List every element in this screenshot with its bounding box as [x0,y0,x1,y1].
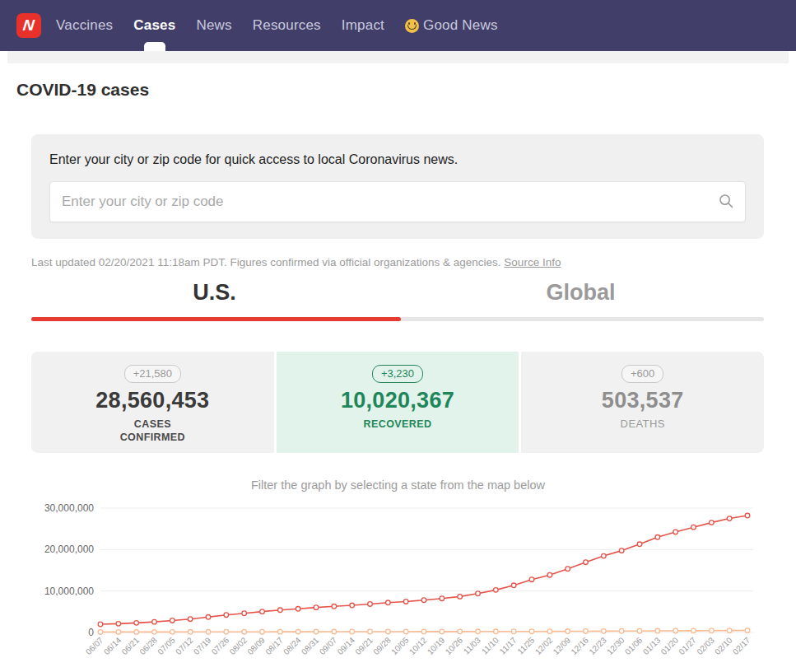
svg-text:08/24: 08/24 [282,635,303,656]
svg-text:08/09: 08/09 [245,635,267,656]
svg-text:11/10: 11/10 [480,635,500,656]
stat-card-recovered: +3,230 10,020,367 RECOVERED [277,352,519,453]
tab-underline-active [31,317,401,321]
stat-label: RECOVERED [277,418,519,431]
nav-item-cases[interactable]: Cases [133,0,175,51]
svg-text:01/13: 01/13 [641,635,663,656]
daily-delta-badge: +21,580 [124,365,181,383]
local-news-search-card: Enter your city or zip code for quick ac… [31,134,764,239]
svg-text:10/12: 10/12 [407,635,429,656]
svg-text:30,000,000: 30,000,000 [44,502,94,514]
logo-letter: N [22,16,35,35]
svg-text:09/14: 09/14 [336,635,357,656]
svg-text:07/19: 07/19 [192,635,213,656]
svg-text:06/07: 06/07 [84,635,105,656]
cases-chart[interactable]: 010,000,00020,000,00030,000,00006/0706/1… [0,498,796,672]
svg-text:08/02: 08/02 [228,635,249,656]
nav-item-vaccines[interactable]: Vaccines [56,0,113,51]
last-updated-body: Last updated 02/20/2021 11:18am PDT. Fig… [31,256,501,268]
stat-card-cases-confirmed: +21,580 28,560,453 CASES CONFIRMED [31,352,274,453]
svg-text:02/17: 02/17 [731,635,752,656]
nav-item-impact[interactable]: Impact [342,0,384,51]
source-info-link[interactable]: Source Info [504,256,561,268]
stat-value: 503,537 [521,388,764,413]
tab-global[interactable]: Global [398,277,764,317]
daily-delta-badge: +600 [621,365,663,383]
nav-item-label: Vaccines [56,17,113,34]
stat-value: 28,560,453 [31,388,274,413]
search-prompt: Enter your city or zip code for quick ac… [49,152,746,167]
svg-text:12/30: 12/30 [605,635,626,656]
svg-text:12/16: 12/16 [569,635,590,656]
svg-text:09/07: 09/07 [318,635,339,656]
svg-text:01/27: 01/27 [677,635,698,656]
svg-text:11/25: 11/25 [515,635,536,656]
tab-underline-track [31,317,764,321]
stat-label: CASES CONFIRMED [31,418,274,445]
chart-filter-hint: Filter the graph by selecting a state fr… [0,478,796,492]
search-box [49,181,746,222]
svg-text:10/19: 10/19 [426,635,447,656]
svg-text:0: 0 [88,627,94,638]
svg-text:02/03: 02/03 [695,635,716,656]
daily-delta-badge: +3,230 [372,365,423,383]
nav-item-good-news[interactable]: Good News [405,0,498,51]
page-title: COVID-19 cases [16,80,149,100]
svg-text:01/20: 01/20 [659,635,681,656]
svg-text:10/26: 10/26 [444,635,465,656]
svg-text:11/03: 11/03 [462,635,482,656]
stat-label-line: CONFIRMED [31,431,274,444]
scroll-strip [7,51,789,63]
newsbreak-logo-icon[interactable]: N [16,13,41,38]
svg-text:12/02: 12/02 [533,635,555,656]
svg-text:08/31: 08/31 [300,635,321,656]
svg-text:06/21: 06/21 [120,635,142,656]
tab-us[interactable]: U.S. [31,277,398,317]
svg-text:09/21: 09/21 [353,635,375,656]
nav-item-label: News [196,17,231,34]
nav-item-label: Impact [342,17,384,34]
nav-item-resources[interactable]: Resources [253,0,321,51]
nav-item-news[interactable]: News [196,0,231,51]
svg-text:20,000,000: 20,000,000 [44,544,94,555]
svg-text:07/05: 07/05 [156,635,177,656]
city-zip-search-input[interactable] [49,181,746,222]
nav-item-label: Resources [253,17,321,34]
covid-cases-page: N Vaccines Cases News Resources Impact G… [0,0,796,672]
active-tab-indicator [144,42,165,51]
stat-value: 10,020,367 [277,388,519,413]
stat-cards: +21,580 28,560,453 CASES CONFIRMED +3,23… [31,352,764,453]
svg-text:11/17: 11/17 [498,635,519,656]
search-icon[interactable] [718,193,734,209]
nav-item-label: Cases [133,17,175,34]
svg-text:12/09: 12/09 [552,635,573,656]
svg-text:10/05: 10/05 [389,635,411,656]
svg-text:08/17: 08/17 [263,635,285,656]
svg-text:07/12: 07/12 [174,635,195,656]
stat-label: DEATHS [521,418,764,432]
svg-text:12/23: 12/23 [587,635,608,656]
region-tabs: U.S. Global [31,277,764,321]
smiley-icon [405,19,419,33]
svg-text:01/06: 01/06 [623,635,645,656]
nav-item-label: Good News [423,17,498,34]
svg-text:06/28: 06/28 [137,635,159,656]
cases-chart-svg: 010,000,00020,000,00030,000,00006/0706/1… [0,498,796,672]
svg-text:09/28: 09/28 [371,635,393,656]
svg-text:10,000,000: 10,000,000 [44,586,94,597]
svg-text:06/14: 06/14 [102,635,123,656]
svg-text:07/26: 07/26 [210,635,231,656]
stat-card-deaths: +600 503,537 DEATHS [521,352,764,453]
stat-label-line: CASES [31,418,274,431]
svg-text:02/10: 02/10 [713,635,734,656]
last-updated-text: Last updated 02/20/2021 11:18am PDT. Fig… [31,256,561,268]
top-navigation: N Vaccines Cases News Resources Impact G… [0,0,796,51]
